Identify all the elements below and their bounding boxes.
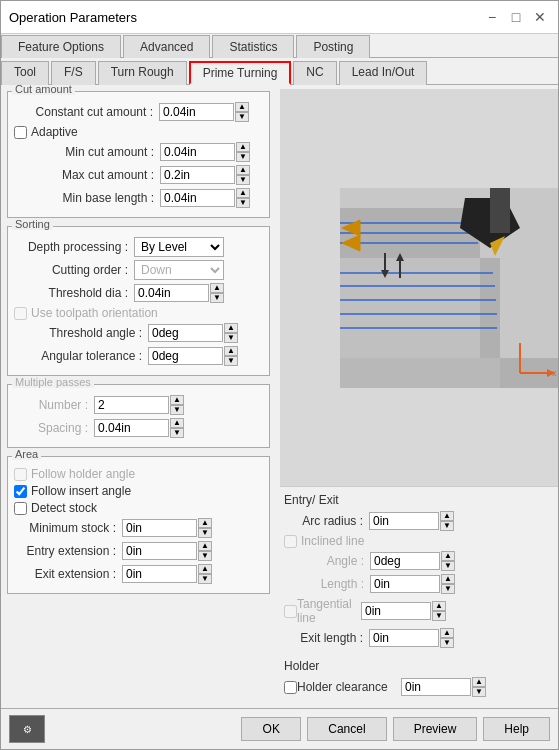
spacing-up[interactable]: ▲ <box>170 418 184 428</box>
min-base-down[interactable]: ▼ <box>236 198 250 208</box>
tangential-up[interactable]: ▲ <box>432 601 446 611</box>
minimize-button[interactable]: − <box>482 7 502 27</box>
exit-ext-row: Exit extension : ▲ ▼ <box>14 564 263 584</box>
constant-cut-up[interactable]: ▲ <box>235 102 249 112</box>
follow-insert-row: Follow insert angle <box>14 484 263 498</box>
arc-radius-up[interactable]: ▲ <box>440 511 454 521</box>
angle-down[interactable]: ▼ <box>441 561 455 571</box>
length-input[interactable] <box>370 575 440 593</box>
number-up[interactable]: ▲ <box>170 395 184 405</box>
angular-tol-down[interactable]: ▼ <box>224 356 238 366</box>
cutting-order-select[interactable]: Down Up <box>134 260 224 280</box>
min-stock-input[interactable] <box>122 519 197 537</box>
angular-tol-up[interactable]: ▲ <box>224 346 238 356</box>
tangential-down[interactable]: ▼ <box>432 611 446 621</box>
exit-ext-input[interactable] <box>122 565 197 583</box>
number-input[interactable] <box>94 396 169 414</box>
max-cut-input[interactable] <box>160 166 235 184</box>
max-cut-up[interactable]: ▲ <box>236 165 250 175</box>
threshold-dia-down[interactable]: ▼ <box>210 293 224 303</box>
detect-stock-checkbox[interactable] <box>14 502 27 515</box>
exit-length-down[interactable]: ▼ <box>440 638 454 648</box>
tab-tool[interactable]: Tool <box>1 61 49 85</box>
length-up[interactable]: ▲ <box>441 574 455 584</box>
threshold-angle-down[interactable]: ▼ <box>224 333 238 343</box>
spacing-input[interactable] <box>94 419 169 437</box>
sorting-section: Sorting Depth processing : By Level By R… <box>7 226 270 376</box>
exit-ext-down[interactable]: ▼ <box>198 574 212 584</box>
entry-ext-down[interactable]: ▼ <box>198 551 212 561</box>
min-stock-down[interactable]: ▼ <box>198 528 212 538</box>
diagram-svg: x <box>280 178 558 398</box>
threshold-angle-up[interactable]: ▲ <box>224 323 238 333</box>
depth-select[interactable]: By Level By Region <box>134 237 224 257</box>
inclined-line-checkbox[interactable] <box>284 535 297 548</box>
arc-radius-label: Arc radius : <box>284 514 369 528</box>
multiple-passes-label: Multiple passes <box>12 376 94 388</box>
use-toolpath-checkbox[interactable] <box>14 307 27 320</box>
help-button[interactable]: Help <box>483 717 550 741</box>
angular-tol-input[interactable] <box>148 347 223 365</box>
min-base-input[interactable] <box>160 189 235 207</box>
holder-clearance-checkbox[interactable] <box>284 681 297 694</box>
arc-radius-spinner-btns: ▲ ▼ <box>440 511 454 531</box>
tab-nc[interactable]: NC <box>293 61 336 85</box>
area-section: Area Follow holder angle Follow insert a… <box>7 456 270 594</box>
constant-cut-down[interactable]: ▼ <box>235 112 249 122</box>
cancel-button[interactable]: Cancel <box>307 717 386 741</box>
tab-feature-options[interactable]: Feature Options <box>1 35 121 58</box>
threshold-angle-input[interactable] <box>148 324 223 342</box>
ok-button[interactable]: OK <box>241 717 301 741</box>
tab-statistics[interactable]: Statistics <box>212 35 294 58</box>
inclined-line-label: Inclined line <box>301 534 364 548</box>
min-cut-up[interactable]: ▲ <box>236 142 250 152</box>
cutting-order-row: Cutting order : Down Up <box>14 260 263 280</box>
close-button[interactable]: ✕ <box>530 7 550 27</box>
tab-prime-turning[interactable]: Prime Turning <box>189 61 292 85</box>
follow-holder-checkbox[interactable] <box>14 468 27 481</box>
max-cut-down[interactable]: ▼ <box>236 175 250 185</box>
arc-radius-input[interactable] <box>369 512 439 530</box>
exit-length-up[interactable]: ▲ <box>440 628 454 638</box>
exit-length-input[interactable] <box>369 629 439 647</box>
follow-insert-checkbox[interactable] <box>14 485 27 498</box>
threshold-angle-spinner-btns: ▲ ▼ <box>224 323 238 343</box>
maximize-button[interactable]: □ <box>506 7 526 27</box>
min-cut-down[interactable]: ▼ <box>236 152 250 162</box>
number-down[interactable]: ▼ <box>170 405 184 415</box>
tangential-input[interactable] <box>361 602 431 620</box>
angle-input[interactable] <box>370 552 440 570</box>
exit-ext-up[interactable]: ▲ <box>198 564 212 574</box>
threshold-dia-input[interactable] <box>134 284 209 302</box>
exit-length-spinner: ▲ ▼ <box>369 628 454 648</box>
min-stock-row: Minimum stock : ▲ ▼ <box>22 518 263 538</box>
angle-label: Angle : <box>300 554 370 568</box>
length-down[interactable]: ▼ <box>441 584 455 594</box>
threshold-dia-up[interactable]: ▲ <box>210 283 224 293</box>
holder-clearance-up[interactable]: ▲ <box>472 677 486 687</box>
min-cut-input[interactable] <box>160 143 235 161</box>
holder-clearance-down[interactable]: ▼ <box>472 687 486 697</box>
tab-posting[interactable]: Posting <box>296 35 370 58</box>
min-stock-up[interactable]: ▲ <box>198 518 212 528</box>
tab-fs[interactable]: F/S <box>51 61 96 85</box>
constant-cut-input[interactable] <box>159 103 234 121</box>
entry-ext-up[interactable]: ▲ <box>198 541 212 551</box>
right-panel: x Entry/ Exit Arc radius : <box>276 85 558 708</box>
tab-advanced[interactable]: Advanced <box>123 35 210 58</box>
min-base-up[interactable]: ▲ <box>236 188 250 198</box>
tangential-checkbox[interactable] <box>284 605 297 618</box>
sorting-label: Sorting <box>12 218 53 230</box>
spacing-label: Spacing : <box>14 421 94 435</box>
preview-button[interactable]: Preview <box>393 717 478 741</box>
arc-radius-down[interactable]: ▼ <box>440 521 454 531</box>
angle-up[interactable]: ▲ <box>441 551 455 561</box>
adaptive-checkbox[interactable] <box>14 126 27 139</box>
angular-tol-label: Angular tolerance : <box>30 349 148 363</box>
holder-clearance-input[interactable] <box>401 678 471 696</box>
spacing-down[interactable]: ▼ <box>170 428 184 438</box>
threshold-angle-row: Threshold angle : ▲ ▼ <box>30 323 263 343</box>
tab-turn-rough[interactable]: Turn Rough <box>98 61 187 85</box>
entry-ext-input[interactable] <box>122 542 197 560</box>
tab-lead-in-out[interactable]: Lead In/Out <box>339 61 428 85</box>
